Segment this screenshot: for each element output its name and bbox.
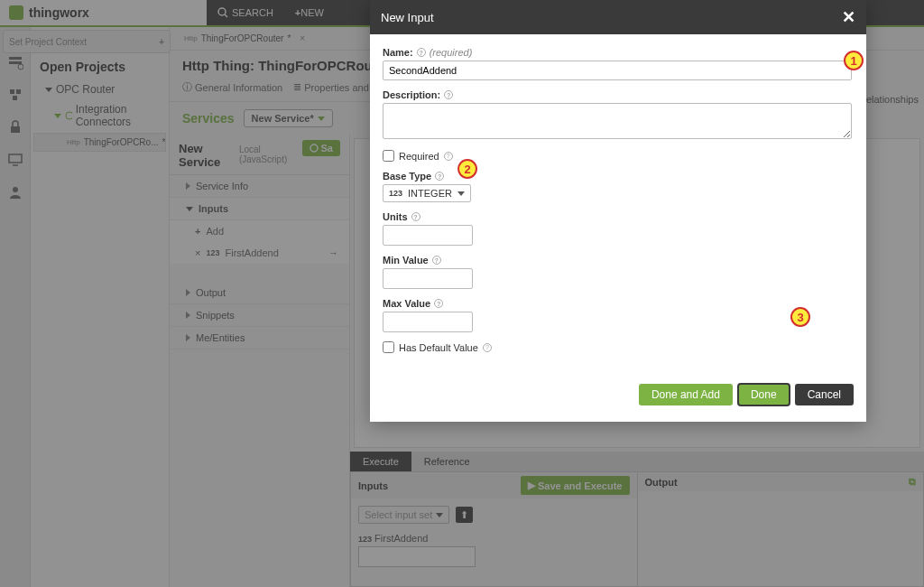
description-label: Description: ?: [383, 89, 854, 100]
name-label: Name: ? (required): [383, 47, 854, 58]
units-input[interactable]: [383, 225, 473, 246]
chevron-down-icon: [457, 191, 465, 196]
max-value-input[interactable]: [383, 312, 473, 332]
modal-title: New Input: [381, 11, 434, 24]
cancel-button[interactable]: Cancel: [795, 384, 854, 405]
min-value-input[interactable]: [383, 268, 473, 289]
modal-header: New Input ✕: [370, 0, 866, 34]
new-input-modal: New Input ✕ Name: ? (required) Descripti…: [370, 0, 866, 422]
help-icon[interactable]: ?: [444, 152, 453, 161]
base-type-label: Base Type ?: [383, 171, 854, 182]
modal-footer: Done and Add Done Cancel: [370, 375, 866, 422]
close-icon[interactable]: ✕: [842, 7, 855, 27]
done-and-add-button[interactable]: Done and Add: [639, 384, 733, 405]
help-icon[interactable]: ?: [434, 299, 443, 308]
annotation-marker-2: 2: [457, 159, 477, 179]
help-icon[interactable]: ?: [417, 48, 426, 57]
help-icon[interactable]: ?: [432, 256, 441, 265]
units-label: Units ?: [383, 211, 854, 222]
help-icon[interactable]: ?: [435, 172, 444, 181]
help-icon[interactable]: ?: [444, 90, 453, 99]
annotation-marker-3: 3: [790, 307, 810, 327]
name-input[interactable]: [383, 61, 852, 80]
help-icon[interactable]: ?: [483, 343, 492, 352]
required-checkbox[interactable]: [383, 150, 394, 162]
help-icon[interactable]: ?: [411, 212, 420, 221]
base-type-select[interactable]: 123 INTEGER: [383, 184, 471, 202]
annotation-marker-1: 1: [844, 51, 864, 70]
description-textarea[interactable]: [383, 103, 852, 139]
modal-body: Name: ? (required) Description: ? Requir…: [370, 34, 866, 375]
min-value-label: Min Value ?: [383, 255, 854, 266]
has-default-checkbox[interactable]: [383, 341, 394, 353]
max-value-label: Max Value ?: [383, 298, 854, 309]
done-button[interactable]: Done: [738, 384, 790, 405]
